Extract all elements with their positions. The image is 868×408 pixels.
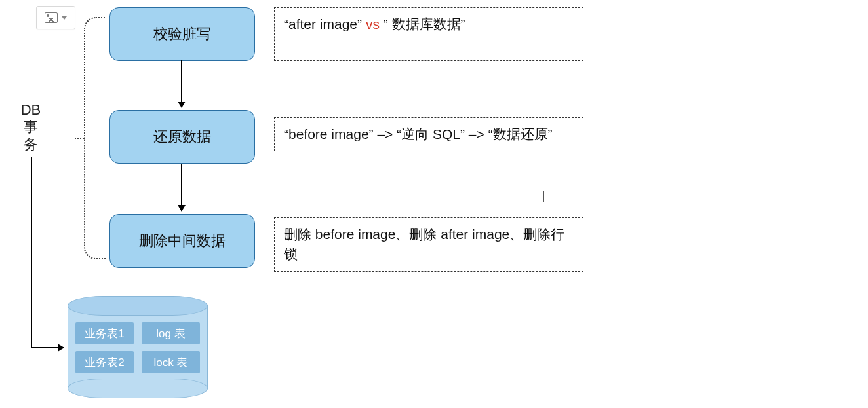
step-restore-data: 还原数据 <box>109 110 255 164</box>
diagram-canvas: DB事务 校验脏写 还原数据 删除中间数据 “after image” vs ”… <box>0 0 868 408</box>
database-cylinder: 业务表1 log 表 业务表2 lock 表 <box>68 296 208 398</box>
desc-text: 删除 before image、删除 after image、删除行锁 <box>284 227 564 261</box>
db-transaction-label: DB事务 <box>18 102 44 153</box>
step-validate-dirty-write: 校验脏写 <box>109 7 255 61</box>
image-toolbar-button[interactable] <box>36 6 75 29</box>
desc-text: “before image” –> “逆向 SQL” –> “数据还原” <box>284 126 553 141</box>
db-table: 业务表1 <box>75 322 134 344</box>
desc-delete: 删除 before image、删除 after image、删除行锁 <box>274 217 583 272</box>
text-cursor-icon <box>543 191 545 202</box>
step-label: 删除中间数据 <box>139 231 226 251</box>
step-label: 校验脏写 <box>153 24 211 44</box>
db-table: log 表 <box>142 322 200 344</box>
desc-restore: “before image” –> “逆向 SQL” –> “数据还原” <box>274 117 583 151</box>
desc-text: ” 数据库数据” <box>380 16 465 31</box>
step-delete-intermediate: 删除中间数据 <box>109 214 255 268</box>
arrow-down-icon <box>181 164 182 211</box>
db-table: 业务表2 <box>75 351 134 373</box>
db-table: lock 表 <box>142 351 200 373</box>
desc-text: “after image” <box>284 16 366 31</box>
brace-bracket <box>84 17 105 259</box>
arrow-down-icon <box>181 60 182 107</box>
arrow-line <box>31 157 32 347</box>
arrow-right-icon <box>31 347 64 348</box>
chevron-down-icon <box>62 16 67 20</box>
image-icon <box>45 12 58 23</box>
desc-vs: vs <box>366 16 380 31</box>
desc-validate: “after image” vs ” 数据库数据” <box>274 7 583 61</box>
step-label: 还原数据 <box>153 127 211 147</box>
